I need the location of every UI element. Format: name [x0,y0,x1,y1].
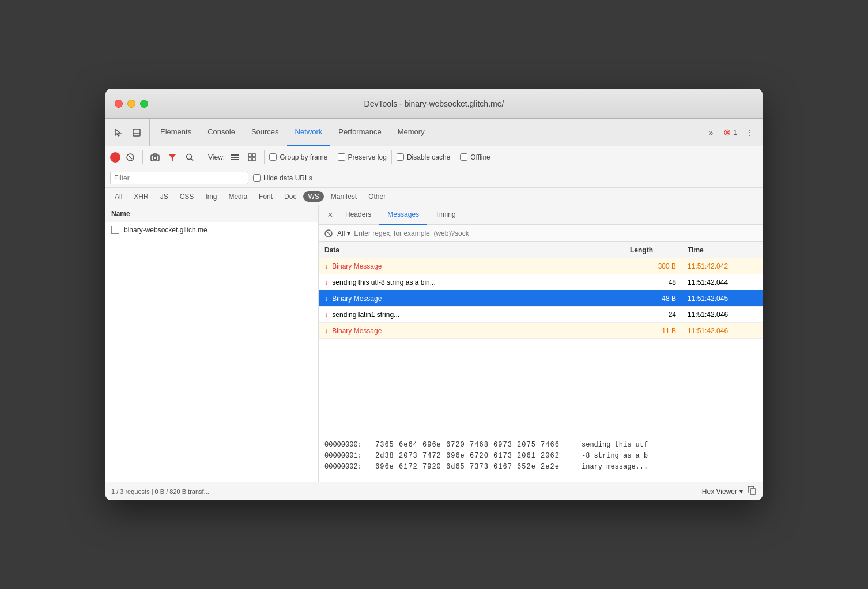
tab-sources[interactable]: Sources [243,119,287,146]
arrow-down-icon: ↓ [324,278,328,286]
msg-time: 11:51:42.042 [688,262,728,270]
type-btn-css[interactable]: CSS [175,191,199,202]
msg-time: 11:51:42.046 [688,327,728,335]
hex-bytes: 696e 6172 7920 6d65 7373 6167 652e 2e2e [375,462,577,473]
tab-headers[interactable]: Headers [337,205,379,225]
arrow-down-icon: ↓ [324,262,328,270]
requests-status: 1 / 3 requests | 0 B / 820 B transf... [111,488,209,495]
no-filter-icon[interactable] [323,228,334,239]
camera-icon[interactable] [148,150,163,165]
messages-filter: All ▾ [319,225,763,242]
hex-ascii: inary message... [582,462,648,473]
titlebar: DevTools - binary-websocket.glitch.me/ [105,89,763,119]
table-row[interactable]: ↓ sending this utf-8 string as a bin... … [319,274,763,290]
hex-bytes: 2d38 2073 7472 696e 6720 6173 2061 2062 [375,451,577,462]
table-row[interactable]: ↓ Binary Message 300 B 11:51:42.042 [319,258,763,274]
preserve-log-input[interactable] [338,153,345,161]
filter-input[interactable] [110,172,248,184]
msg-time: 11:51:42.044 [688,278,728,286]
cursor-icon[interactable] [110,124,126,141]
group-by-frame-input[interactable] [269,153,277,161]
view-grid-icon[interactable] [244,150,259,165]
svg-line-8 [191,158,194,161]
hex-line: 00000000: 7365 6e64 696e 6720 7468 6973 … [324,440,757,451]
fullscreen-button[interactable] [140,100,148,108]
right-panel: × Headers Messages Timing All ▾ [319,205,763,482]
svg-rect-0 [133,129,140,136]
tab-console[interactable]: Console [199,119,243,146]
msg-length: 48 B [662,294,676,303]
hex-viewer-button[interactable]: Hex Viewer ▾ [702,488,743,496]
settings-icon[interactable]: ⋮ [742,124,758,141]
offline-checkbox[interactable]: Offline [460,153,490,161]
svg-point-5 [153,156,157,160]
search-icon[interactable] [182,150,197,165]
tab-performance[interactable]: Performance [330,119,389,146]
devtools-window: DevTools - binary-websocket.glitch.me/ E… [105,89,763,500]
disable-cache-checkbox[interactable]: Disable cache [397,153,450,161]
type-btn-xhr[interactable]: XHR [129,191,153,202]
toolbar-separator-2 [202,150,202,164]
type-btn-all[interactable]: All [110,191,127,202]
col-header-data: Data [319,246,624,254]
type-btn-other[interactable]: Other [364,191,390,202]
request-icon [111,226,119,234]
messages-regex-input[interactable] [354,229,758,237]
msg-time-cell: 11:51:42.046 [682,311,763,319]
msg-time-cell: 11:51:42.045 [682,294,763,303]
table-row[interactable]: ↓ sending latin1 string... 24 11:51:42.0… [319,307,763,323]
minimize-button[interactable] [127,100,135,108]
type-btn-ws[interactable]: WS [303,191,323,202]
svg-rect-11 [231,159,239,160]
network-toolbar: View: Group by frame Preserve log Disabl… [105,146,763,168]
view-label: View: [208,153,225,161]
msg-data-text: sending this utf-8 string as a bin... [332,278,435,286]
type-btn-media[interactable]: Media [224,191,252,202]
msg-data-cell: ↓ sending this utf-8 string as a bin... [319,278,624,286]
tab-network[interactable]: Network [287,119,331,146]
error-section: ⊗ 1 [723,127,737,138]
tab-timing[interactable]: Timing [427,205,464,225]
request-name: binary-websocket.glitch.me [124,226,207,234]
msg-time-cell: 11:51:42.042 [682,262,763,270]
hide-urls-input[interactable] [253,174,261,182]
svg-rect-15 [252,158,255,161]
disable-cache-input[interactable] [397,153,404,161]
preserve-log-checkbox[interactable]: Preserve log [338,153,387,161]
close-detail-button[interactable]: × [323,208,337,222]
more-tabs-icon[interactable]: » [703,124,719,141]
type-btn-img[interactable]: Img [201,191,221,202]
offline-input[interactable] [460,153,467,161]
record-button[interactable] [110,152,120,163]
table-row[interactable]: ↓ Binary Message 48 B 11:51:42.045 [319,290,763,307]
detail-tab-bar: × Headers Messages Timing [319,205,763,225]
msg-data-text: Binary Message [332,262,382,270]
stop-recording-icon[interactable] [123,150,138,165]
name-column-header: Name [105,205,318,222]
msg-length: 48 [669,278,676,286]
request-item[interactable]: binary-websocket.glitch.me [105,222,318,237]
type-btn-doc[interactable]: Doc [280,191,301,202]
filter-icon[interactable] [165,150,180,165]
close-button[interactable] [115,100,123,108]
main-content: Name binary-websocket.glitch.me × Header… [105,205,763,482]
hide-urls-checkbox[interactable]: Hide data URLs [253,174,312,182]
messages-type-select[interactable]: All ▾ [337,229,350,237]
type-btn-font[interactable]: Font [254,191,277,202]
group-by-frame-checkbox[interactable]: Group by frame [269,153,327,161]
statusbar-right: Hex Viewer ▾ [702,486,757,497]
arrow-down-icon: ↓ [324,327,328,335]
svg-point-7 [187,154,192,159]
copy-icon[interactable] [748,486,757,497]
tab-elements[interactable]: Elements [152,119,199,146]
tab-memory[interactable]: Memory [390,119,433,146]
tab-messages[interactable]: Messages [379,205,427,225]
arrow-down-icon: ↓ [324,311,328,319]
view-list-icon[interactable] [227,150,242,165]
msg-time-cell: 11:51:42.046 [682,327,763,335]
dock-icon[interactable] [129,124,145,141]
msg-length-cell: 24 [624,311,682,319]
type-btn-manifest[interactable]: Manifest [326,191,361,202]
type-btn-js[interactable]: JS [156,191,173,202]
table-row[interactable]: ↓ Binary Message 11 B 11:51:42.046 [319,323,763,339]
